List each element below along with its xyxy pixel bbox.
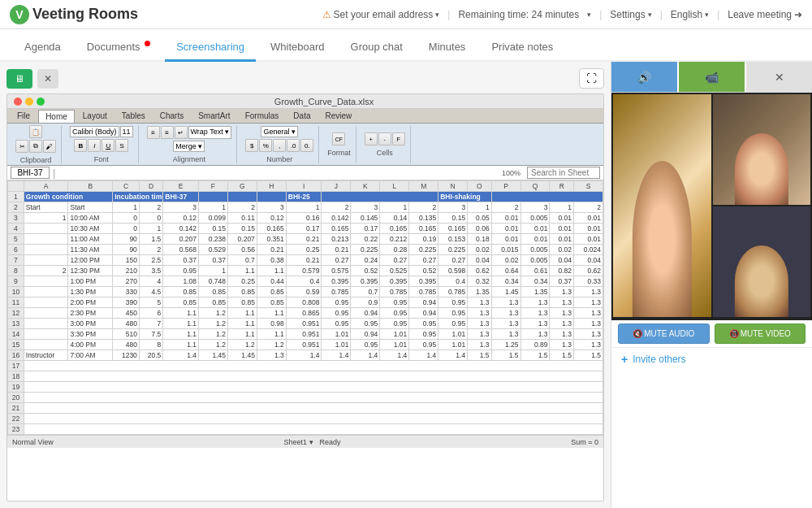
cell-p2[interactable]: 2 <box>491 202 520 213</box>
mute-video-button[interactable]: 📵 MUTE VIDEO <box>715 323 806 344</box>
email-warning[interactable]: ⚠ Set your email address ▾ <box>322 9 440 20</box>
tab-screensharing[interactable]: Screensharing <box>165 34 256 62</box>
ribbon-tab-charts[interactable]: Charts <box>153 110 190 122</box>
cell-g2[interactable]: 2 <box>227 202 257 213</box>
cell-s2[interactable]: 2 <box>573 202 603 213</box>
col-j[interactable]: J <box>322 181 351 192</box>
settings-btn[interactable]: Settings ▾ <box>610 9 651 20</box>
cell-l2[interactable]: 1 <box>380 202 409 213</box>
minimize-dot[interactable] <box>25 98 33 106</box>
ribbon-tab-file[interactable]: File <box>11 110 37 122</box>
decimal-less-icon[interactable]: 0. <box>300 139 313 152</box>
mute-audio-button[interactable]: 🔇 MUTE AUDIO <box>618 323 710 344</box>
merge-label[interactable]: Merge ▾ <box>173 141 205 152</box>
col-o-h1 <box>491 192 603 202</box>
number-format[interactable]: General ▾ <box>261 126 298 137</box>
tab-minutes[interactable]: Minutes <box>417 34 477 62</box>
share-screen-button[interactable]: 🖥 <box>6 69 32 89</box>
cell-m2[interactable]: 2 <box>409 202 438 213</box>
cell-c2[interactable]: 1 <box>113 202 140 213</box>
cell-k2[interactable]: 3 <box>351 202 380 213</box>
cell-d2[interactable]: 2 <box>139 202 162 213</box>
cell-j2[interactable]: 2 <box>322 202 351 213</box>
col-r[interactable]: R <box>550 181 573 192</box>
close-video-button[interactable]: ✕ <box>746 62 812 92</box>
format-cells-icon[interactable]: F <box>392 132 405 145</box>
font-name[interactable]: Calibri (Body) <box>70 126 119 137</box>
cut-icon[interactable]: ✂ <box>15 140 28 153</box>
col-g[interactable]: G <box>227 181 257 192</box>
col-d[interactable]: D <box>139 181 162 192</box>
cell-o2[interactable]: 1 <box>468 202 491 213</box>
tab-whiteboard[interactable]: Whiteboard <box>259 34 335 62</box>
col-n[interactable]: N <box>438 181 468 192</box>
sheet-search-input[interactable] <box>527 167 600 179</box>
copy-icon[interactable]: ⧉ <box>29 140 42 153</box>
tab-privatenotes[interactable]: Private notes <box>480 34 564 62</box>
cell-i2[interactable]: 1 <box>286 202 322 213</box>
cell-n2[interactable]: 3 <box>438 202 468 213</box>
comma-icon[interactable]: , <box>273 139 286 152</box>
ribbon-tab-tables[interactable]: Tables <box>115 110 152 122</box>
decimal-more-icon[interactable]: .0 <box>287 139 300 152</box>
cell-b2[interactable]: Start <box>68 202 113 213</box>
align-center-icon[interactable]: ≡ <box>161 126 174 139</box>
cell-q2[interactable]: 3 <box>520 202 550 213</box>
ribbon-tab-smartart[interactable]: SmartArt <box>192 110 236 122</box>
maximize-dot[interactable] <box>37 98 45 106</box>
ribbon-tab-formulas[interactable]: Formulas <box>239 110 286 122</box>
ribbon-tab-data[interactable]: Data <box>287 110 317 122</box>
language-btn[interactable]: English ▾ <box>671 9 709 20</box>
conditional-format-icon[interactable]: CF <box>332 132 345 145</box>
sheet-tab[interactable]: Sheet1 ▾ <box>284 438 313 446</box>
col-h[interactable]: H <box>257 181 286 192</box>
currency-icon[interactable]: $ <box>245 139 258 152</box>
invite-others[interactable]: + Invite others <box>611 347 812 371</box>
col-e[interactable]: E <box>163 181 199 192</box>
col-c[interactable]: C <box>113 181 140 192</box>
cell-f2[interactable]: 1 <box>198 202 227 213</box>
col-f[interactable]: F <box>198 181 227 192</box>
paste-icon[interactable]: 📋 <box>29 125 42 138</box>
col-s[interactable]: S <box>573 181 603 192</box>
wrap-text-label[interactable]: Wrap Text ▾ <box>188 126 232 139</box>
insert-icon[interactable]: + <box>365 132 378 145</box>
cell-e2[interactable]: 3 <box>163 202 199 213</box>
col-b[interactable]: B <box>68 181 113 192</box>
col-p[interactable]: P <box>491 181 520 192</box>
col-l[interactable]: L <box>380 181 409 192</box>
spreadsheet-grid[interactable]: A B C D E F G H I J K L M <box>7 180 603 435</box>
ribbon-tab-home[interactable]: Home <box>38 110 75 123</box>
format-painter-icon[interactable]: 🖌 <box>43 140 56 153</box>
ribbon-tab-layout[interactable]: Layout <box>76 110 114 122</box>
wrap-text-icon[interactable]: ↵ <box>175 126 188 139</box>
col-i[interactable]: I <box>286 181 322 192</box>
tab-groupchat[interactable]: Group chat <box>339 34 414 62</box>
tab-agenda[interactable]: Agenda <box>13 34 72 62</box>
cell-a2[interactable]: Start <box>24 202 68 213</box>
close-dot[interactable] <box>14 98 22 106</box>
cell-h2[interactable]: 3 <box>257 202 286 213</box>
fullscreen-button[interactable]: ⛶ <box>579 68 604 89</box>
video-control-button[interactable]: 📹 <box>677 62 746 92</box>
col-a[interactable]: A <box>24 181 68 192</box>
col-o[interactable]: O <box>468 181 491 192</box>
percent-icon[interactable]: % <box>259 139 272 152</box>
col-k[interactable]: K <box>351 181 380 192</box>
close-share-button[interactable]: ✕ <box>37 69 58 89</box>
leave-meeting-btn[interactable]: Leave meeting ➜ <box>728 9 802 20</box>
italic-icon[interactable]: I <box>88 139 101 152</box>
cell-r2[interactable]: 1 <box>550 202 573 213</box>
ribbon-tab-review[interactable]: Review <box>318 110 358 122</box>
delete-icon[interactable]: - <box>378 132 391 145</box>
bold-icon[interactable]: B <box>74 139 87 152</box>
audio-control-button[interactable]: 🔊 <box>611 62 677 92</box>
font-size[interactable]: 11 <box>120 126 133 137</box>
align-left-icon[interactable]: ≡ <box>147 126 160 139</box>
name-box[interactable] <box>11 167 50 179</box>
col-m[interactable]: M <box>409 181 438 192</box>
tab-documents[interactable]: Documents <box>76 34 162 62</box>
strikethrough-icon[interactable]: S <box>115 139 128 152</box>
col-q[interactable]: Q <box>520 181 550 192</box>
underline-icon[interactable]: U <box>102 139 114 152</box>
